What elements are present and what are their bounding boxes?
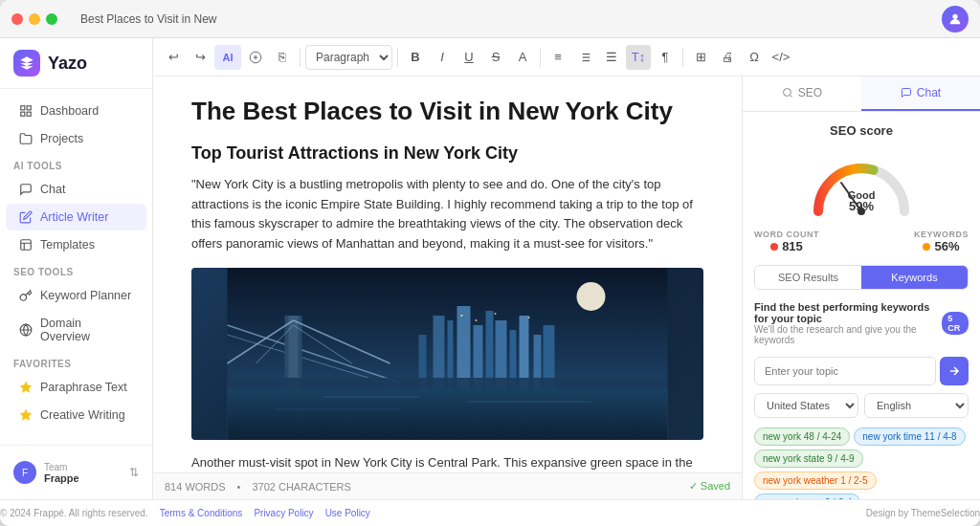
redo-button[interactable]: ↪ — [188, 45, 212, 70]
subtab-keywords[interactable]: Keywords — [861, 266, 968, 289]
sidebar-logo: Yazo — [0, 38, 152, 89]
language-select[interactable]: English — [864, 393, 969, 418]
keyword-tag-2[interactable]: new york state 9 / 4-9 — [754, 449, 863, 468]
editor-paragraph-2: Another must-visit spot in New York City… — [191, 453, 703, 472]
editor-image — [191, 268, 703, 440]
keyword-tag-3[interactable]: new york weather 1 / 2-5 — [754, 471, 877, 490]
locale-select-row: United States English — [754, 393, 969, 418]
unordered-list-button[interactable]: ☰ — [599, 45, 624, 70]
topic-input[interactable] — [754, 357, 936, 385]
chat-icon — [19, 183, 33, 196]
wordpress-button[interactable] — [243, 45, 268, 70]
sidebar-item-domain-overview[interactable]: Domain Overview — [6, 310, 146, 350]
code-button[interactable]: </> — [768, 45, 793, 70]
sidebar-user[interactable]: F Team Frappe ⇅ — [0, 453, 152, 492]
logo-icon — [13, 50, 40, 77]
divider-2 — [397, 48, 398, 67]
svg-point-0 — [952, 13, 957, 18]
svg-rect-4 — [27, 112, 31, 116]
globe-icon — [19, 323, 33, 337]
use-policy-link[interactable]: Use Policy — [325, 508, 370, 518]
country-select[interactable]: United States — [754, 393, 858, 418]
editor-content[interactable]: The Best Places to Visit in New York Cit… — [153, 77, 742, 472]
svg-rect-37 — [228, 378, 668, 389]
editor-title: The Best Places to Visit in New York Cit… — [191, 96, 703, 128]
panel-content: SEO score — [743, 112, 980, 499]
keywords-dot — [923, 243, 930, 251]
word-count-dot — [770, 243, 778, 251]
seo-subtabs: SEO Results Keywords — [754, 265, 969, 290]
keywords-section-title: Find the best performing keywords for yo… — [754, 301, 942, 345]
sidebar-bottom: F Team Frappe ⇅ — [0, 445, 152, 499]
terms-link[interactable]: Terms & Conditions — [160, 508, 243, 518]
close-button[interactable] — [11, 13, 23, 25]
undo-button[interactable]: ↩ — [161, 45, 186, 70]
design-by: Design by ThemeSelection — [866, 508, 980, 518]
user-avatar-small: F — [13, 461, 36, 484]
ai-tools-label: AI TOOLS — [0, 153, 152, 175]
pencil-icon — [19, 210, 33, 224]
text-format-button[interactable]: T↕ — [626, 45, 651, 70]
underline-button[interactable]: U — [457, 45, 481, 70]
svg-rect-2 — [27, 106, 31, 110]
separator: • — [237, 481, 241, 493]
divider-4 — [682, 48, 683, 67]
copy-button[interactable]: ⎘ — [270, 45, 295, 70]
keywords-header: Find the best performing keywords for yo… — [754, 301, 969, 345]
tab-seo[interactable]: SEO — [743, 77, 861, 111]
editor-paragraph-1: "New York City is a bustling metropolis … — [191, 175, 703, 254]
strikethrough-button[interactable]: S — [483, 45, 508, 70]
minimize-button[interactable] — [29, 13, 40, 25]
ai-button[interactable]: AI — [214, 45, 241, 70]
sidebar-item-projects[interactable]: Projects — [6, 125, 146, 152]
content-area: ↩ ↪ AI ⎘ Paragraph B I U S A ≡ — [153, 38, 980, 499]
editor-panel: The Best Places to Visit in New York Cit… — [153, 77, 980, 499]
privacy-link[interactable]: Privacy Policy — [254, 508, 313, 518]
highlight-button[interactable]: A — [510, 45, 535, 70]
bold-button[interactable]: B — [403, 45, 428, 70]
sidebar-item-paraphrase-text[interactable]: Paraphrase Text — [6, 374, 146, 401]
saved-status: ✓ Saved — [689, 480, 730, 493]
star-icon-2 — [19, 408, 33, 422]
keyword-tag-1[interactable]: new york time 11 / 4-8 — [854, 427, 965, 446]
sidebar-item-chat[interactable]: Chat — [6, 176, 146, 203]
keyword-tag-0[interactable]: new york 48 / 4-24 — [754, 427, 850, 446]
table-button[interactable]: ⊞ — [688, 45, 713, 70]
sidebar-item-templates[interactable]: Templates — [6, 231, 146, 258]
sidebar-item-keyword-planner[interactable]: Keyword Planner — [6, 282, 146, 309]
grid-icon — [19, 104, 33, 118]
topic-search-row — [754, 357, 969, 385]
sidebar-item-dashboard[interactable]: Dashboard — [6, 98, 146, 124]
panel-tabs: SEO Chat — [743, 77, 980, 112]
sidebar-nav: Dashboard Projects AI TOOLS Chat Article… — [0, 89, 152, 445]
folder-icon — [19, 132, 33, 145]
special-char-button[interactable]: Ω — [742, 45, 767, 70]
keyword-tags: new york 48 / 4-24 new york time 11 / 4-… — [754, 427, 969, 499]
tab-chat[interactable]: Chat — [861, 77, 980, 111]
svg-text:59%: 59% — [849, 199, 874, 213]
user-avatar[interactable] — [942, 6, 969, 33]
sidebar-toggle[interactable]: ⇅ — [129, 466, 139, 479]
arrow-right-icon — [947, 364, 961, 378]
sidebar: Yazo Dashboard Projects AI TOOLS Chat — [0, 38, 153, 499]
seo-score-title: SEO score — [754, 123, 969, 138]
app-footer: © 2024 Frappé. All rights reserved. Term… — [0, 499, 980, 526]
svg-point-17 — [577, 282, 606, 311]
sidebar-item-creative-writing[interactable]: Creative Writing — [6, 402, 146, 428]
topic-search-button[interactable] — [940, 357, 969, 385]
subtab-seo-results[interactable]: SEO Results — [755, 266, 861, 289]
paragraph-select[interactable]: Paragraph — [305, 45, 392, 70]
svg-rect-5 — [21, 240, 32, 251]
svg-rect-1 — [21, 106, 25, 110]
ordered-list-button[interactable] — [572, 45, 597, 70]
editor-statusbar: 814 WORDS • 3702 CHARACTERS ✓ Saved — [153, 472, 742, 499]
print-button[interactable]: 🖨 — [715, 45, 740, 70]
svg-marker-8 — [20, 409, 32, 420]
star-icon-1 — [19, 381, 33, 394]
pilcrow-button[interactable]: ¶ — [653, 45, 678, 70]
align-left-button[interactable]: ≡ — [546, 45, 570, 70]
italic-button[interactable]: I — [430, 45, 455, 70]
logo-text: Yazo — [48, 54, 87, 74]
sidebar-item-article-writer[interactable]: Article Writer — [6, 204, 146, 230]
maximize-button[interactable] — [46, 13, 57, 25]
